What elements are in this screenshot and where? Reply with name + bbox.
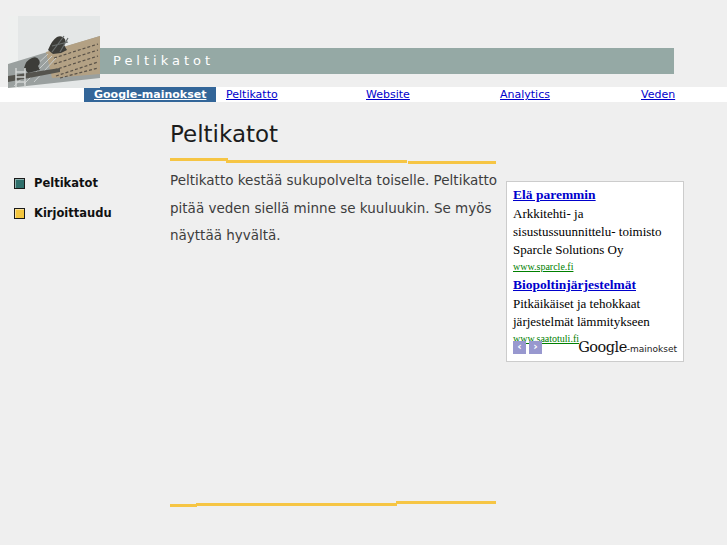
ad-footer: ‹ › Google-mainokset [513, 338, 677, 356]
top-navigation: Google-mainokset Peltikatto Website Anal… [0, 87, 727, 102]
next-arrow-icon[interactable]: › [529, 341, 542, 354]
google-brand-suffix: -mainokset [627, 344, 677, 354]
ad-description: Pitkäikäiset ja tehokkaat järjestelmät l… [513, 295, 677, 331]
paragraph-line: näyttää hyvältä. [170, 222, 520, 250]
sidebar-item-label: Kirjoittaudu [34, 206, 112, 220]
ad-pager: ‹ › [513, 341, 545, 354]
ad-title-link[interactable]: Elä paremmin [513, 187, 677, 203]
sidebar-item-kirjoittaudu[interactable]: Kirjoittaudu [14, 206, 112, 220]
ad-title-link[interactable]: Biopoltinjärjestelmät [513, 277, 677, 293]
sidebar-item-peltikatot[interactable]: Peltikatot [14, 176, 98, 190]
nav-item-website[interactable]: Website [366, 88, 410, 101]
google-mainokset-link[interactable]: Google-mainokset [578, 338, 677, 356]
title-underline [170, 158, 496, 164]
footer-line [170, 501, 496, 507]
ad-unit: Biopoltinjärjestelmät Pitkäikäiset ja te… [513, 277, 677, 344]
paragraph-line: Peltikatto kestää sukupolvelta toiselle.… [170, 167, 520, 195]
intro-paragraph: Peltikatto kestää sukupolvelta toiselle.… [170, 167, 520, 250]
sidebar-item-label: Peltikatot [34, 176, 98, 190]
ad-unit: Elä paremmin Arkkitehti- ja sisustussuun… [513, 187, 677, 272]
yellow-square-icon [14, 208, 25, 219]
nav-item-veden[interactable]: Veden [641, 88, 675, 101]
page: Peltikatot Google-mainokset Peltikatto W… [0, 0, 727, 545]
ad-description: Arkkitehti- ja sisustussuunnittelu- toim… [513, 205, 677, 259]
site-banner-title: Peltikatot [113, 53, 214, 68]
teal-square-icon [14, 178, 25, 189]
google-logo-text: Google [578, 339, 627, 355]
prev-arrow-icon[interactable]: ‹ [513, 341, 526, 354]
google-ads-box: Elä paremmin Arkkitehti- ja sisustussuun… [506, 181, 684, 362]
header-roof-photo [8, 16, 100, 88]
nav-item-google-mainokset[interactable]: Google-mainokset [84, 87, 216, 102]
paragraph-line: pitää veden siellä minne se kuuluukin. S… [170, 195, 520, 223]
ad-display-url: www.sparcle.fi [513, 261, 677, 272]
nav-item-peltikatto[interactable]: Peltikatto [226, 88, 278, 101]
page-title: Peltikatot [170, 121, 278, 147]
nav-item-analytics[interactable]: Analytics [500, 88, 550, 101]
site-banner: Peltikatot [100, 48, 674, 74]
